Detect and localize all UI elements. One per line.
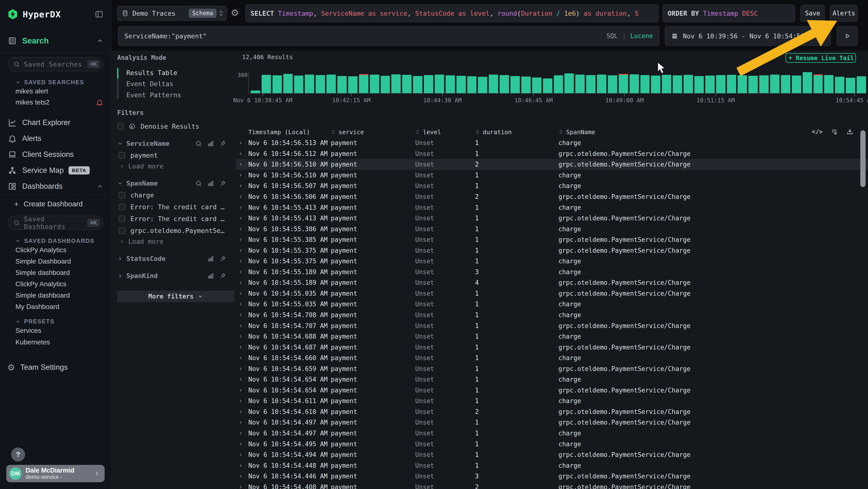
saved-dashboard-item[interactable]: Simple dashboard [0,290,111,301]
table-row[interactable]: Nov 6 10:54:56.506 AMpaymentUnset2grpc.o… [236,192,868,202]
save-button[interactable]: Save [801,5,825,22]
histogram-bar[interactable] [564,74,574,93]
histogram-bar[interactable] [251,90,260,93]
histogram-bar[interactable] [597,75,607,93]
histogram-bar[interactable] [803,72,812,93]
table-row[interactable]: Nov 6 10:54:54.408 AMpaymentUnset2grpc.o… [236,482,868,489]
histogram-bar[interactable] [608,75,617,93]
table-row[interactable]: Nov 6 10:54:54.654 AMpaymentUnset1charge [236,374,868,385]
language-toggle-lucene[interactable]: Lucene [630,32,653,39]
drag-handle-icon[interactable] [415,129,420,135]
saved-dashboards-section[interactable]: SAVED DASHBOARDS [0,237,111,244]
saved-searches-input[interactable]: Saved Searches ⌘K [8,57,103,71]
table-row[interactable]: Nov 6 10:54:56.512 AMpaymentUnset1grpc.o… [236,148,868,159]
saved-searches-section[interactable]: SAVED SEARCHES [0,79,111,86]
drag-handle-icon[interactable] [331,129,336,135]
table-row[interactable]: Nov 6 10:54:55.386 AMpaymentUnset1charge [236,224,868,234]
histogram-bar[interactable] [543,79,552,93]
histogram-bar[interactable] [759,75,769,93]
table-row[interactable]: Nov 6 10:54:54.708 AMpaymentUnset1charge [236,310,868,320]
column-header-service[interactable]: service [331,128,415,136]
histogram-bar[interactable] [727,75,736,93]
table-row[interactable]: Nov 6 10:54:54.688 AMpaymentUnset1charge [236,331,868,342]
schema-badge[interactable]: Schema [189,9,217,18]
filter-group-header[interactable]: ServiceName [117,140,236,147]
table-row[interactable]: Nov 6 10:54:55.189 AMpaymentUnset3charge [236,267,868,278]
column-header-duration[interactable]: duration [475,128,558,136]
nav-item-search[interactable]: Search [0,35,111,46]
chevron-up-icon[interactable] [96,37,103,45]
histogram-bar[interactable] [402,75,411,93]
saved-dashboard-item[interactable]: My Dashboard [0,301,111,312]
load-more-button[interactable]: Load more [117,163,236,170]
download-icon[interactable] [846,128,854,135]
checkbox[interactable] [119,152,125,159]
table-row[interactable]: Nov 6 10:54:55.035 AMpaymentUnset1charge [236,299,868,310]
histogram-bar[interactable] [738,75,747,93]
histogram-bar[interactable] [781,75,790,93]
histogram-bar[interactable] [294,76,304,93]
vertical-scrollbar[interactable] [860,130,866,187]
table-row[interactable]: Nov 6 10:54:56.513 AMpaymentUnset1charge [236,138,868,148]
table-row[interactable]: Nov 6 10:54:55.385 AMpaymentUnset1grpc.o… [236,234,868,245]
drag-handle-icon[interactable] [558,129,563,135]
table-row[interactable]: Nov 6 10:54:56.510 AMpaymentUnset1charge [236,170,868,181]
table-row[interactable]: Nov 6 10:54:54.707 AMpaymentUnset1grpc.o… [236,320,868,331]
table-row[interactable]: Nov 6 10:54:56.510 AMpaymentUnset2grpc.o… [236,159,868,170]
histogram-bar[interactable] [435,75,444,93]
saved-dashboard-item[interactable]: ClickPy Analytics [0,278,111,290]
search-query-input[interactable]: ServiceName:"payment" SQL | Lucene [118,26,659,46]
checkbox[interactable] [119,204,125,210]
histogram-bar[interactable] [327,75,336,93]
nav-item-service-map[interactable]: Service Map BETA [0,163,111,178]
sidebar-collapse-icon[interactable] [94,9,104,19]
table-row[interactable]: Nov 6 10:54:54.660 AMpaymentUnset1charge [236,353,868,364]
app-title[interactable]: HyperDX [23,9,94,19]
filter-value-option[interactable]: payment [117,151,236,159]
histogram-bar[interactable] [467,76,477,93]
nav-item-alerts[interactable]: Alerts [0,131,111,146]
histogram-bar[interactable] [705,76,715,93]
checkbox[interactable] [117,123,124,130]
histogram-bar[interactable] [500,75,509,93]
nav-item-client-sessions[interactable]: Client Sessions [0,146,111,163]
histogram-bar[interactable] [619,75,628,93]
histogram-bar[interactable] [478,77,487,93]
histogram-bar[interactable] [748,76,758,93]
histogram-bar[interactable] [273,75,282,93]
language-toggle-sql[interactable]: SQL [607,32,618,39]
table-row[interactable]: Nov 6 10:54:54.497 AMpaymentUnset1grpc.o… [236,417,868,428]
saved-dashboard-item[interactable]: Simple dashboard [0,267,111,278]
table-row[interactable]: Nov 6 10:54:54.659 AMpaymentUnset1grpc.o… [236,363,868,374]
histogram-bar[interactable] [684,75,693,93]
histogram-bar[interactable] [835,77,844,93]
data-source-select[interactable]: Demo Traces Schema [117,6,227,21]
preset-item[interactable]: Services [0,325,111,337]
table-row[interactable]: Nov 6 10:54:54.448 AMpaymentUnset1charge [236,460,868,471]
table-row[interactable]: Nov 6 10:54:54.687 AMpaymentUnset1grpc.o… [236,342,868,353]
more-filters-button[interactable]: More filters [117,291,235,302]
histogram-bar[interactable] [305,75,314,93]
histogram-bar[interactable] [673,75,682,93]
table-row[interactable]: Nov 6 10:54:54.497 AMpaymentUnset1charge [236,428,868,439]
table-row[interactable]: Nov 6 10:54:54.654 AMpaymentUnset1grpc.o… [236,385,868,396]
histogram-bar[interactable] [532,78,541,93]
table-row[interactable]: Nov 6 10:54:54.610 AMpaymentUnset2grpc.o… [236,406,868,417]
histogram-bar[interactable] [662,75,671,93]
histogram-bar[interactable] [629,74,639,93]
table-row[interactable]: Nov 6 10:54:54.446 AMpaymentUnset3grpc.o… [236,471,868,482]
histogram-bar[interactable] [337,76,347,93]
histogram-bar[interactable] [586,75,595,93]
table-row[interactable]: Nov 6 10:54:55.413 AMpaymentUnset1charge [236,202,868,213]
checkbox[interactable] [119,192,125,198]
analysis-mode-option[interactable]: Results Table [122,67,236,78]
saved-search-item[interactable]: mikes alert [0,86,111,97]
hyperdx-logo-icon[interactable] [7,9,18,20]
filter-group-header[interactable]: SpanName [117,179,236,187]
order-by-input[interactable]: ORDER BY Timestamp DESC [662,4,795,22]
filter-group-header[interactable]: SpanKind [117,272,236,280]
histogram-bar[interactable] [391,74,401,93]
histogram-bar[interactable] [813,75,823,93]
run-query-button[interactable] [837,26,858,46]
histogram-bar[interactable] [510,76,520,93]
